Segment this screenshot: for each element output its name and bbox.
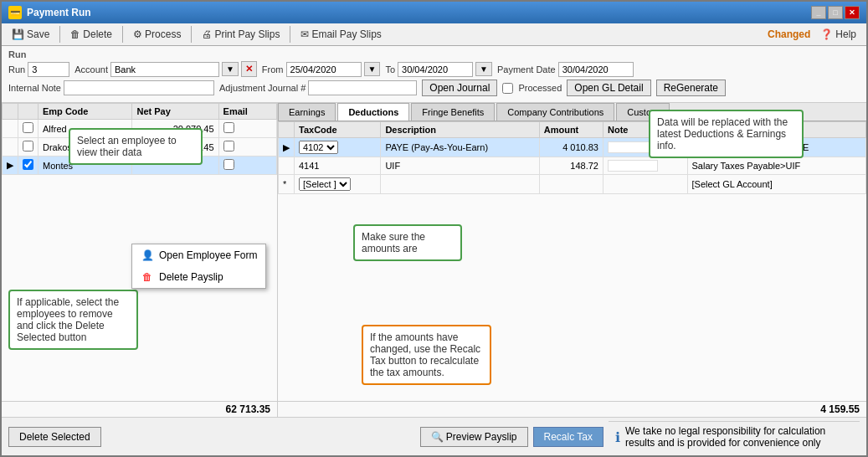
to-input[interactable] [398,62,473,77]
email-icon: ✉ [300,28,309,40]
col-email: Email [218,104,276,120]
processed-label: Processed [518,83,562,93]
processed-checkbox[interactable] [502,83,513,94]
open-employee-icon: 👤 [141,249,154,262]
internal-note-input[interactable] [64,80,214,95]
ded-taxcode[interactable]: [Select ] [295,175,381,194]
emp-email-check[interactable] [218,138,276,157]
ded-row-indicator [279,157,295,175]
emp-checkbox-2[interactable] [23,141,33,151]
context-menu: 👤 Open Employee Form 🗑 Delete Payslip [131,244,266,289]
regenerate-button[interactable]: ReGenerate [656,80,726,96]
to-dropdown-button[interactable]: ▼ [475,62,492,76]
save-icon: 💾 [12,28,24,40]
employee-table: Emp Code Net Pay Email Alfred 20 970.45 [2,103,277,252]
help-button[interactable]: ❓ Help [814,26,863,43]
tooltip-data-replace: Data will be replaced with the latest De… [649,110,804,158]
tab-fringe[interactable]: Fringe Benefits [411,103,495,121]
tooltip-select-employee: Select an employee to view their data [69,128,203,165]
emp-email-check[interactable] [218,120,276,138]
run-input[interactable] [28,62,69,77]
account-field-group: Account ▼ ✕ [74,61,257,77]
preview-icon: 🔍 [431,431,444,443]
col-check [18,104,39,120]
to-label: To [385,64,395,74]
deduction-row[interactable]: 4141 UIF 148.72 Salary Taxes Payable>UIF [279,157,866,175]
from-input[interactable] [286,62,362,77]
disclaimer-text: We take no legal responsibility for calc… [625,425,853,449]
adj-journal-input[interactable] [308,80,417,95]
row-checkbox[interactable] [18,120,39,138]
context-open-employee[interactable]: 👤 Open Employee Form [132,244,265,266]
separator-1 [59,26,60,43]
tab-company[interactable]: Company Contributions [496,103,614,121]
ded-description: UIF [381,157,539,175]
process-button[interactable]: ⚙ Process [126,26,187,43]
ded-description: PAYE (Pay-As-You-Earn) [381,138,539,157]
status-area: Changed ❓ Help [768,26,863,43]
context-delete-payslip[interactable]: 🗑 Delete Payslip [132,266,265,288]
row-indicator: ▶ [3,157,18,175]
ded-row-indicator: * [279,175,295,194]
close-button[interactable]: ✕ [845,6,860,19]
tab-earnings[interactable]: Earnings [278,103,336,121]
window-icon: 💳 [8,6,22,19]
window-title: Payment Run [27,7,91,18]
toolbar: 💾 Save 🗑 Delete ⚙ Process 🖨 Print Pay Sl… [2,23,866,46]
deduction-row[interactable]: * [Select ] [Select GL Account] [279,175,866,194]
minimize-button[interactable]: _ [811,6,826,19]
save-button[interactable]: 💾 Save [5,26,56,43]
note-input-2[interactable] [608,160,658,172]
row-checkbox[interactable] [18,138,39,157]
ded-note[interactable] [603,157,687,175]
emp-checkbox-3[interactable] [23,159,33,170]
ded-taxcode: 4141 [295,157,381,175]
bottom-right: 🔍 Preview Payslip Recalc Tax ℹ We take n… [420,421,860,452]
account-input[interactable] [110,62,219,77]
emp-email-3[interactable] [223,159,234,170]
help-icon: ❓ [820,28,833,40]
tab-deductions[interactable]: Deductions [337,103,409,121]
emp-email-check[interactable] [218,157,276,175]
taxcode-select-1[interactable]: 4102 [299,141,338,154]
run-field-group: Run [8,62,69,77]
delete-button[interactable]: 🗑 Delete [64,26,119,43]
tooltip-delete-hint: If applicable, select the employees to r… [8,290,138,350]
maximize-button[interactable]: □ [828,6,843,19]
email-button[interactable]: ✉ Email Pay Slips [294,26,388,43]
separator-2 [122,26,123,43]
taxcode-select-new[interactable]: [Select ] [299,177,351,191]
col-netpay: Net Pay [132,104,218,120]
recalc-tax-button[interactable]: Recalc Tax [533,427,603,447]
process-icon: ⚙ [133,28,142,40]
left-panel-total: 62 713.35 [2,401,277,417]
run-section-label: Run [8,49,860,59]
internal-note-field-group: Internal Note [8,80,214,95]
ded-taxcode: 4102 [295,138,381,157]
main-window: 💳 Payment Run _ □ ✕ 💾 Save 🗑 Delete ⚙ Pr… [0,0,868,457]
ded-note[interactable] [603,175,687,194]
row-indicator [3,138,18,157]
title-controls: _ □ ✕ [811,6,860,19]
account-dropdown-button[interactable]: ▼ [222,62,239,76]
ded-amount: 148.72 [539,157,603,175]
emp-checkbox-1[interactable] [23,122,33,133]
payment-date-field-group: Payment Date [497,62,634,77]
payment-date-input[interactable] [558,62,634,77]
print-button[interactable]: 🖨 Print Pay Slips [195,26,286,43]
processed-row: Open Journal Processed [422,80,562,96]
context-open-label: Open Employee Form [159,249,257,261]
delete-selected-button[interactable]: Delete Selected [8,427,101,447]
col-indicator [3,104,18,120]
account-clear-button[interactable]: ✕ [241,61,257,77]
preview-payslip-button[interactable]: 🔍 Preview Payslip [420,427,528,447]
emp-email-2[interactable] [223,141,234,151]
from-dropdown-button[interactable]: ▼ [364,62,381,76]
open-journal-button[interactable]: Open Journal [422,80,497,96]
run-label: Run [8,64,25,74]
internal-note-label: Internal Note [8,83,61,93]
row-checkbox[interactable] [18,157,39,175]
form-row-1: Run Account ▼ ✕ From ▼ To ▼ Payment Date [8,61,860,77]
open-gl-button[interactable]: Open GL Detail [567,80,650,96]
emp-email-1[interactable] [223,122,234,133]
